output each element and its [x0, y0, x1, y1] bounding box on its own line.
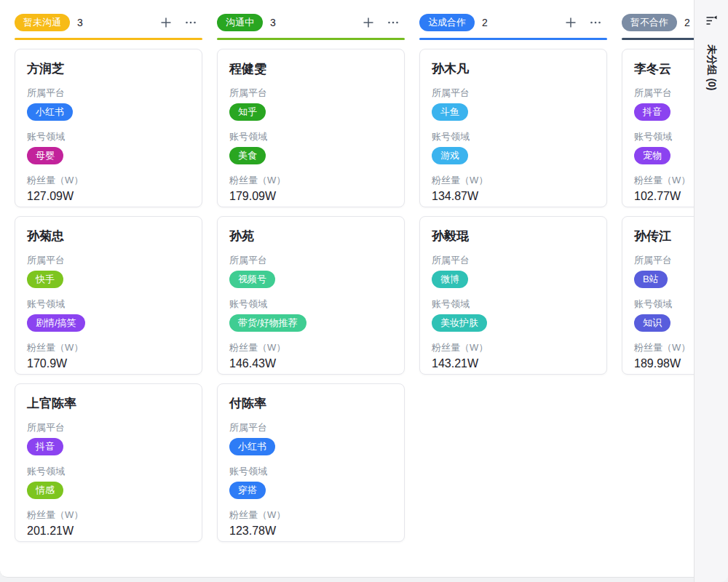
influencer-card[interactable]: 孙木凡 所属平台 斗鱼 账号领域 游戏 粉丝量（W） 134.87W: [419, 49, 607, 207]
platform-label: 所属平台: [229, 254, 392, 266]
column-more-button[interactable]: [183, 15, 198, 30]
domain-label: 账号领域: [229, 298, 392, 310]
domain-label: 账号领域: [432, 298, 595, 310]
column-status-badge: 暂不合作: [622, 14, 677, 31]
add-card-button[interactable]: [361, 15, 376, 30]
column-more-button[interactable]: [386, 15, 400, 30]
kanban-column: 达成合作 2 孙木凡: [419, 13, 607, 542]
card-name: 方润芝: [27, 61, 190, 77]
column-status-badge: 达成合作: [419, 14, 475, 31]
collapse-list-icon[interactable]: [705, 15, 718, 30]
fans-value: 201.21W: [27, 525, 190, 538]
fans-label: 粉丝量（W）: [27, 509, 190, 521]
column-status-badge: 暂未沟通: [15, 14, 70, 31]
domain-label: 账号领域: [229, 130, 392, 143]
platform-label: 所属平台: [432, 254, 595, 266]
platform-tag: 斗鱼: [432, 103, 468, 121]
domain-tag: 美妆护肤: [432, 314, 487, 332]
domain-label: 账号领域: [27, 298, 190, 310]
card-name: 孙木凡: [432, 61, 595, 77]
fans-value: 127.09W: [27, 190, 190, 203]
add-card-button[interactable]: [159, 15, 173, 30]
card-name: 孙苑: [229, 228, 392, 244]
column-cards: 程健雯 所属平台 知乎 账号领域 美食 粉丝量（W） 179.09W 孙苑 所属…: [217, 49, 405, 542]
column-cards: 方润芝 所属平台 小红书 账号领域 母婴 粉丝量（W） 127.09W 孙菊忠 …: [15, 49, 202, 542]
domain-label: 账号领域: [229, 465, 392, 477]
fans-value: 146.43W: [229, 357, 392, 370]
ungrouped-sidebar[interactable]: 未分组 (0): [694, 0, 728, 582]
influencer-card[interactable]: 程健雯 所属平台 知乎 账号领域 美食 粉丝量（W） 179.09W: [217, 49, 405, 207]
influencer-card[interactable]: 付陈率 所属平台 小红书 账号领域 穿搭 粉丝量（W） 123.78W: [217, 383, 405, 542]
influencer-card[interactable]: 方润芝 所属平台 小红书 账号领域 母婴 粉丝量（W） 127.09W: [15, 49, 202, 207]
fans-value: 143.21W: [432, 357, 595, 370]
card-name: 付陈率: [229, 396, 392, 412]
platform-tag: 视频号: [229, 271, 275, 288]
column-actions: [361, 15, 405, 30]
board-panel: 暂未沟通 3 方润芝: [0, 0, 728, 578]
add-card-button[interactable]: [563, 15, 578, 30]
fans-label: 粉丝量（W）: [27, 174, 190, 186]
column-count: 3: [270, 17, 276, 28]
column-status-badge: 沟通中: [217, 14, 263, 31]
domain-tag: 游戏: [432, 147, 468, 164]
domain-tag: 宠物: [634, 147, 670, 164]
fans-label: 粉丝量（W）: [27, 341, 190, 354]
column-count: 2: [684, 17, 690, 28]
domain-label: 账号领域: [27, 130, 190, 143]
domain-tag: 情感: [27, 482, 63, 499]
card-name: 上官陈率: [27, 396, 190, 412]
domain-tag: 剧情/搞笑: [27, 314, 85, 332]
fans-value: 123.78W: [229, 525, 392, 538]
platform-label: 所属平台: [27, 254, 190, 266]
kanban-column: 沟通中 3 程健雯: [217, 13, 405, 542]
column-underline: [419, 38, 607, 40]
column-underline: [15, 38, 202, 40]
domain-tag: 母婴: [27, 147, 63, 164]
column-underline: [217, 38, 405, 40]
domain-tag: 带货/好物推荐: [229, 314, 306, 332]
domain-tag: 美食: [229, 147, 266, 164]
platform-label: 所属平台: [229, 87, 392, 99]
platform-tag: 快手: [27, 271, 63, 288]
fans-label: 粉丝量（W）: [229, 174, 392, 186]
fans-value: 179.09W: [229, 190, 392, 203]
ungrouped-label: 未分组 (0): [705, 45, 718, 91]
column-count: 2: [482, 17, 488, 28]
column-actions: [159, 15, 202, 30]
domain-label: 账号领域: [432, 130, 595, 143]
influencer-card[interactable]: 孙苑 所属平台 视频号 账号领域 带货/好物推荐 粉丝量（W） 146.43W: [217, 216, 405, 375]
fans-label: 粉丝量（W）: [229, 341, 392, 354]
column-more-button[interactable]: [588, 15, 603, 30]
platform-tag: 微博: [432, 271, 468, 288]
domain-tag: 知识: [634, 314, 670, 332]
influencer-card[interactable]: 孙菊忠 所属平台 快手 账号领域 剧情/搞笑 粉丝量（W） 170.9W: [15, 216, 202, 375]
column-header: 暂未沟通 3: [15, 13, 202, 32]
platform-tag: 小红书: [229, 438, 275, 455]
platform-tag: 抖音: [27, 438, 63, 455]
domain-tag: 穿搭: [229, 482, 266, 499]
platform-tag: 小红书: [27, 103, 73, 121]
platform-label: 所属平台: [432, 87, 595, 99]
card-name: 孙菊忠: [27, 228, 190, 244]
fans-label: 粉丝量（W）: [432, 174, 595, 186]
fans-value: 170.9W: [27, 357, 190, 370]
fans-label: 粉丝量（W）: [229, 509, 392, 521]
column-header: 沟通中 3: [217, 13, 405, 32]
card-name: 孙毅琨: [432, 228, 595, 244]
column-actions: [563, 15, 607, 30]
column-count: 3: [77, 17, 83, 28]
fans-label: 粉丝量（W）: [432, 341, 595, 354]
platform-label: 所属平台: [27, 87, 190, 99]
influencer-card[interactable]: 孙毅琨 所属平台 微博 账号领域 美妆护肤 粉丝量（W） 143.21W: [419, 216, 607, 375]
kanban-column: 暂未沟通 3 方润芝: [15, 13, 202, 542]
kanban-app: 暂未沟通 3 方润芝: [0, 0, 728, 582]
platform-tag: B站: [634, 271, 668, 288]
influencer-card[interactable]: 上官陈率 所属平台 抖音 账号领域 情感 粉丝量（W） 201.21W: [15, 383, 202, 542]
card-name: 程健雯: [229, 61, 392, 77]
column-header: 达成合作 2: [419, 13, 607, 32]
domain-label: 账号领域: [27, 465, 190, 477]
column-cards: 孙木凡 所属平台 斗鱼 账号领域 游戏 粉丝量（W） 134.87W 孙毅琨 所…: [419, 49, 607, 375]
platform-tag: 抖音: [634, 103, 670, 121]
platform-label: 所属平台: [27, 421, 190, 434]
platform-tag: 知乎: [229, 103, 266, 121]
